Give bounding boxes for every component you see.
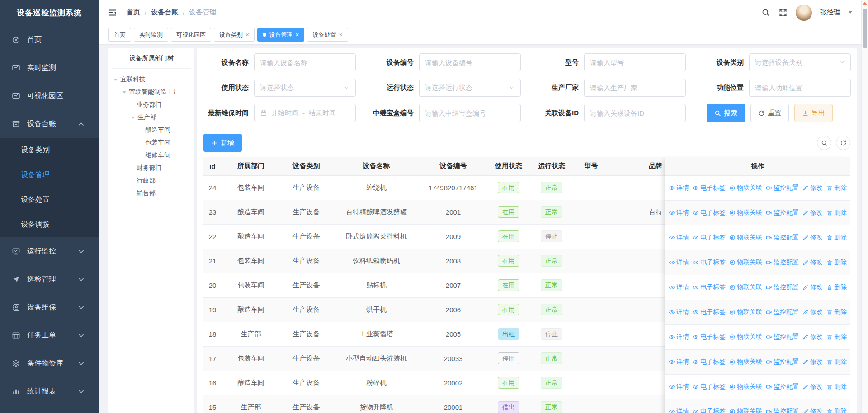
action-monitor-config-link[interactable]: 监控配置 bbox=[766, 333, 799, 341]
action-monitor-config-link[interactable]: 监控配置 bbox=[766, 209, 799, 217]
action-delete-link[interactable]: 删除 bbox=[826, 283, 847, 291]
action-delete-link[interactable]: 删除 bbox=[826, 308, 847, 316]
action-detail-link[interactable]: 详情 bbox=[669, 283, 689, 291]
action-delete-link[interactable]: 删除 bbox=[826, 209, 847, 217]
tab-4[interactable]: 设备管理× bbox=[257, 28, 304, 42]
action-detail-link[interactable]: 详情 bbox=[669, 383, 689, 391]
sidebar-item-1[interactable]: 实时监测 bbox=[0, 54, 99, 82]
tree-node-6[interactable]: 维修车间 bbox=[111, 149, 192, 162]
sidebar-subitem-1[interactable]: 设备管理 bbox=[0, 163, 99, 188]
action-edit-link[interactable]: 修改 bbox=[802, 283, 823, 291]
action-detail-link[interactable]: 详情 bbox=[669, 184, 689, 192]
action-detail-link[interactable]: 详情 bbox=[669, 333, 689, 341]
filter-daterange-8[interactable]: 开始时间-结束时间 bbox=[254, 104, 356, 122]
action-iot-link-link[interactable]: 物联关联 bbox=[729, 333, 762, 341]
table-search-toggle-button[interactable] bbox=[817, 136, 831, 150]
action-monitor-config-link[interactable]: 监控配置 bbox=[766, 383, 799, 391]
action-iot-link-link[interactable]: 物联关联 bbox=[729, 184, 762, 192]
action-detail-link[interactable]: 详情 bbox=[669, 308, 689, 316]
add-button[interactable]: 新增 bbox=[203, 134, 242, 152]
sidebar-item-7[interactable]: 任务工单 bbox=[0, 321, 99, 349]
action-iot-link-link[interactable]: 物联关联 bbox=[729, 258, 762, 267]
tree-node-2[interactable]: 业务部门 bbox=[111, 99, 192, 111]
action-delete-link[interactable]: 删除 bbox=[826, 333, 847, 341]
breadcrumb-home[interactable]: 首页 bbox=[127, 8, 140, 17]
action-iot-link-link[interactable]: 物联关联 bbox=[729, 408, 762, 413]
page-scrollbar[interactable] bbox=[861, 0, 868, 413]
tree-expand-icon[interactable] bbox=[114, 79, 118, 81]
action-detail-link[interactable]: 详情 bbox=[669, 234, 689, 242]
action-edit-link[interactable]: 修改 bbox=[802, 383, 823, 391]
table-refresh-button[interactable] bbox=[836, 136, 850, 150]
tree-node-5[interactable]: 包装车间 bbox=[111, 136, 192, 149]
action-detail-link[interactable]: 详情 bbox=[669, 408, 689, 413]
filter-input-7[interactable] bbox=[749, 79, 851, 97]
action-edit-link[interactable]: 修改 bbox=[802, 184, 823, 192]
action-delete-link[interactable]: 删除 bbox=[826, 184, 847, 192]
filter-input-10[interactable] bbox=[584, 104, 686, 122]
scrollbar-thumb[interactable] bbox=[863, 9, 867, 48]
action-monitor-config-link[interactable]: 监控配置 bbox=[766, 358, 799, 366]
breadcrumb-ledger[interactable]: 设备台账 bbox=[151, 8, 178, 17]
action-monitor-config-link[interactable]: 监控配置 bbox=[766, 408, 799, 413]
filter-input-9[interactable] bbox=[419, 104, 521, 122]
sidebar-item-4[interactable]: 运行监控 bbox=[0, 237, 99, 265]
tree-node-0[interactable]: 宜联科技 bbox=[111, 73, 192, 86]
sidebar-item-5[interactable]: 巡检管理 bbox=[0, 265, 99, 293]
tree-expand-icon[interactable] bbox=[123, 91, 126, 94]
sidebar-item-6[interactable]: 设备维保 bbox=[0, 293, 99, 321]
action-e-tag-link[interactable]: 电子标签 bbox=[693, 184, 726, 192]
action-monitor-config-link[interactable]: 监控配置 bbox=[766, 283, 799, 291]
filter-input-0[interactable] bbox=[254, 53, 356, 71]
action-monitor-config-link[interactable]: 监控配置 bbox=[766, 258, 799, 267]
tree-expand-icon[interactable] bbox=[131, 117, 135, 119]
sidebar-subitem-2[interactable]: 设备处置 bbox=[0, 188, 99, 212]
tree-node-1[interactable]: 宜联智能制造工厂 bbox=[111, 86, 192, 99]
action-iot-link-link[interactable]: 物联关联 bbox=[729, 383, 762, 391]
sidebar-item-8[interactable]: 备件物资库 bbox=[0, 349, 99, 377]
action-iot-link-link[interactable]: 物联关联 bbox=[729, 234, 762, 242]
filter-input-1[interactable] bbox=[419, 53, 521, 71]
action-edit-link[interactable]: 修改 bbox=[802, 408, 823, 413]
filter-select-3[interactable]: 请选择设备类别 bbox=[749, 53, 851, 71]
action-edit-link[interactable]: 修改 bbox=[802, 209, 823, 217]
tab-close-icon[interactable]: × bbox=[245, 32, 249, 38]
action-e-tag-link[interactable]: 电子标签 bbox=[693, 333, 726, 341]
action-e-tag-link[interactable]: 电子标签 bbox=[693, 408, 726, 413]
action-edit-link[interactable]: 修改 bbox=[802, 258, 823, 267]
action-iot-link-link[interactable]: 物联关联 bbox=[729, 308, 762, 316]
sidebar-subitem-3[interactable]: 设备调拨 bbox=[0, 212, 99, 237]
action-detail-link[interactable]: 详情 bbox=[669, 258, 689, 267]
sidebar-item-0[interactable]: 首页 bbox=[0, 26, 99, 54]
tree-node-8[interactable]: 行政部 bbox=[111, 174, 192, 187]
action-edit-link[interactable]: 修改 bbox=[802, 358, 823, 366]
filter-select-4[interactable]: 请选择状态 bbox=[254, 79, 356, 97]
action-e-tag-link[interactable]: 电子标签 bbox=[693, 308, 726, 316]
action-monitor-config-link[interactable]: 监控配置 bbox=[766, 308, 799, 316]
sidebar-item-9[interactable]: 统计报表 bbox=[0, 377, 99, 405]
sidebar-subitem-0[interactable]: 设备类别 bbox=[0, 138, 99, 163]
sidebar-item-3[interactable]: 设备台账 bbox=[0, 110, 99, 138]
action-e-tag-link[interactable]: 电子标签 bbox=[693, 358, 726, 366]
action-delete-link[interactable]: 删除 bbox=[826, 234, 847, 242]
sidebar-item-2[interactable]: 可视化园区 bbox=[0, 82, 99, 110]
action-edit-link[interactable]: 修改 bbox=[802, 333, 823, 341]
user-caret-down-icon[interactable] bbox=[849, 11, 852, 14]
tab-0[interactable]: 首页 bbox=[108, 28, 131, 42]
fullscreen-icon[interactable] bbox=[778, 8, 788, 17]
action-delete-link[interactable]: 删除 bbox=[826, 358, 847, 366]
user-name[interactable]: 张经理 bbox=[820, 8, 840, 17]
action-delete-link[interactable]: 删除 bbox=[826, 258, 847, 267]
tree-node-7[interactable]: 财务部门 bbox=[111, 162, 192, 174]
action-iot-link-link[interactable]: 物联关联 bbox=[729, 283, 762, 291]
tree-node-3[interactable]: 生产部 bbox=[111, 111, 192, 124]
filter-input-2[interactable] bbox=[584, 53, 686, 71]
action-monitor-config-link[interactable]: 监控配置 bbox=[766, 184, 799, 192]
action-delete-link[interactable]: 删除 bbox=[826, 408, 847, 413]
tree-node-9[interactable]: 销售部 bbox=[111, 187, 192, 200]
tab-3[interactable]: 设备类别× bbox=[214, 28, 255, 42]
search-icon[interactable] bbox=[761, 8, 770, 17]
action-e-tag-link[interactable]: 电子标签 bbox=[693, 383, 726, 391]
action-delete-link[interactable]: 删除 bbox=[826, 383, 847, 391]
action-e-tag-link[interactable]: 电子标签 bbox=[693, 209, 726, 217]
